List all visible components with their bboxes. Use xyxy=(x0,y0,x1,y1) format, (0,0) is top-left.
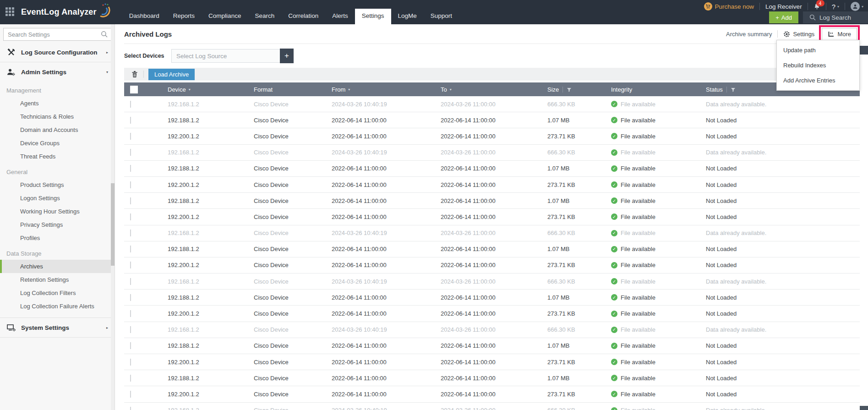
column-label: To xyxy=(441,86,447,93)
sort-arrow-icon[interactable]: ▾ xyxy=(189,87,191,92)
top-bar-right: Purchase now Log Receiver 4 ? ▾ xyxy=(575,0,868,24)
menu-item-add-archive-entries[interactable]: Add Archive Entries xyxy=(777,73,859,88)
sidebar-item-domain-and-accounts[interactable]: Domain and Accounts xyxy=(0,123,115,137)
sidebar-item-technicians-roles[interactable]: Technicians & Roles xyxy=(0,110,115,123)
sidebar-item-product-settings[interactable]: Product Settings xyxy=(0,178,115,191)
notifications-bell-icon[interactable]: 4 xyxy=(813,3,820,10)
sort-arrow-icon[interactable]: ▾ xyxy=(450,87,452,92)
nav-item-support[interactable]: Support xyxy=(424,9,459,24)
column-header-format[interactable]: Format xyxy=(254,86,332,93)
sidebar-group-admin-settings[interactable]: Admin Settings ▾ xyxy=(0,62,115,82)
sidebar-item-log-collection-filters[interactable]: Log Collection Filters xyxy=(0,286,115,300)
app-grid-icon[interactable] xyxy=(5,7,16,17)
help-menu[interactable]: ? ▾ xyxy=(832,3,839,11)
select-log-source-input[interactable] xyxy=(171,49,280,63)
row-checkbox[interactable] xyxy=(130,391,131,398)
sidebar-item-profiles[interactable]: Profiles xyxy=(0,231,115,245)
sidebar-group-log-source-configuration[interactable]: Log Source Configuration ▸ xyxy=(0,43,115,62)
sidebar-item-archives[interactable]: Archives xyxy=(0,260,115,273)
nav-item-search[interactable]: Search xyxy=(248,9,281,24)
separator xyxy=(759,3,760,10)
cell-integrity: ✓File available xyxy=(611,165,706,172)
row-checkbox[interactable] xyxy=(130,326,131,333)
sidebar-item-privacy-settings[interactable]: Privacy Settings xyxy=(0,218,115,231)
nav-item-compliance[interactable]: Compliance xyxy=(202,9,248,24)
sidebar-scrollbar[interactable] xyxy=(111,24,115,410)
menu-item-rebuild-indexes[interactable]: Rebuild Indexes xyxy=(777,58,859,73)
archive-summary-link[interactable]: Archive summary xyxy=(726,31,772,38)
column-header-from[interactable]: From▾ xyxy=(332,86,441,93)
check-circle-icon: ✓ xyxy=(611,294,617,301)
column-header-size[interactable]: Size xyxy=(547,86,611,93)
row-checkbox[interactable] xyxy=(130,375,131,382)
cell-device: 192.200.1.2 xyxy=(168,213,254,220)
row-checkbox[interactable] xyxy=(130,230,131,236)
chevron-right-icon: ▸ xyxy=(106,50,108,55)
page-header: Archived Logs Archive summary Settings M… xyxy=(124,24,860,44)
filter-icon[interactable] xyxy=(731,87,736,92)
cell-device: 192.188.1.2 xyxy=(168,375,254,382)
row-checkbox[interactable] xyxy=(130,310,131,317)
nav-item-correlation[interactable]: Correlation xyxy=(281,9,325,24)
load-archive-button[interactable]: Load Archive xyxy=(148,69,195,80)
purchase-now-link[interactable]: Purchase now xyxy=(704,2,754,11)
column-label: Status xyxy=(706,86,723,93)
integrity-label: File available xyxy=(621,117,655,124)
chevron-right-icon: ▸ xyxy=(106,326,108,330)
sidebar-item-device-groups[interactable]: Device Groups xyxy=(0,137,115,150)
archive-settings-button[interactable]: Settings xyxy=(783,31,814,38)
column-header-integrity[interactable]: Integrity xyxy=(611,86,706,93)
row-checkbox[interactable] xyxy=(130,262,131,268)
row-checkbox-cell xyxy=(124,342,168,349)
row-checkbox[interactable] xyxy=(130,407,131,410)
more-actions-icon xyxy=(828,31,834,37)
row-checkbox[interactable] xyxy=(130,359,131,366)
user-menu[interactable]: ▾ xyxy=(851,2,863,11)
sidebar-item-logon-settings[interactable]: Logon Settings xyxy=(0,191,115,205)
sidebar-item-agents[interactable]: Agents xyxy=(0,97,115,110)
log-search-button[interactable]: Log Search xyxy=(803,11,868,23)
column-header-device[interactable]: Device▾ xyxy=(168,86,254,93)
nav-item-settings[interactable]: Settings xyxy=(355,9,391,24)
row-checkbox[interactable] xyxy=(130,117,131,124)
select-all-checkbox[interactable] xyxy=(130,86,138,93)
delete-button[interactable] xyxy=(130,71,140,78)
menu-item-update-path[interactable]: Update path xyxy=(777,43,859,58)
row-checkbox[interactable] xyxy=(130,133,131,140)
sort-arrow-icon[interactable]: ▾ xyxy=(348,87,350,92)
column-header-to[interactable]: To▾ xyxy=(441,86,547,93)
row-checkbox[interactable] xyxy=(130,165,131,172)
row-checkbox[interactable] xyxy=(130,181,131,188)
scrollbar-thumb[interactable] xyxy=(111,183,115,266)
cell-size: 666.30 KB xyxy=(547,278,611,285)
nav-item-dashboard[interactable]: Dashboard xyxy=(122,9,166,24)
add-button[interactable]: + Add xyxy=(769,11,798,23)
cell-to: 2022-06-14 11:00:00 xyxy=(441,391,547,398)
row-checkbox[interactable] xyxy=(130,294,131,301)
row-checkbox-cell xyxy=(124,278,168,285)
sidebar-item-threat-feeds[interactable]: Threat Feeds xyxy=(0,150,115,163)
row-checkbox[interactable] xyxy=(130,101,131,108)
add-device-button[interactable]: + xyxy=(280,49,294,63)
search-settings-input[interactable] xyxy=(3,28,111,41)
check-circle-icon: ✓ xyxy=(611,262,617,268)
log-receiver-link[interactable]: Log Receiver xyxy=(765,3,802,10)
cell-to: 2022-06-14 11:00:00 xyxy=(441,213,547,220)
nav-item-reports[interactable]: Reports xyxy=(166,9,202,24)
filter-icon[interactable] xyxy=(567,87,572,92)
row-checkbox[interactable] xyxy=(130,149,131,156)
row-checkbox[interactable] xyxy=(130,278,131,285)
sidebar-item-log-collection-failure-alerts[interactable]: Log Collection Failure Alerts xyxy=(0,300,115,313)
sidebar-group-system-settings[interactable]: System Settings ▸ xyxy=(0,318,115,337)
row-checkbox[interactable] xyxy=(130,197,131,204)
separator xyxy=(808,3,808,10)
sidebar-item-retention-settings[interactable]: Retention Settings xyxy=(0,273,115,286)
cell-from: 2024-03-26 10:40:19 xyxy=(332,230,441,236)
nav-item-logme[interactable]: LogMe xyxy=(391,9,424,24)
more-button[interactable]: More xyxy=(822,28,857,40)
sidebar-item-working-hour-settings[interactable]: Working Hour Settings xyxy=(0,205,115,218)
nav-item-alerts[interactable]: Alerts xyxy=(325,9,355,24)
row-checkbox[interactable] xyxy=(130,342,131,349)
row-checkbox[interactable] xyxy=(130,213,131,220)
row-checkbox[interactable] xyxy=(130,246,131,252)
